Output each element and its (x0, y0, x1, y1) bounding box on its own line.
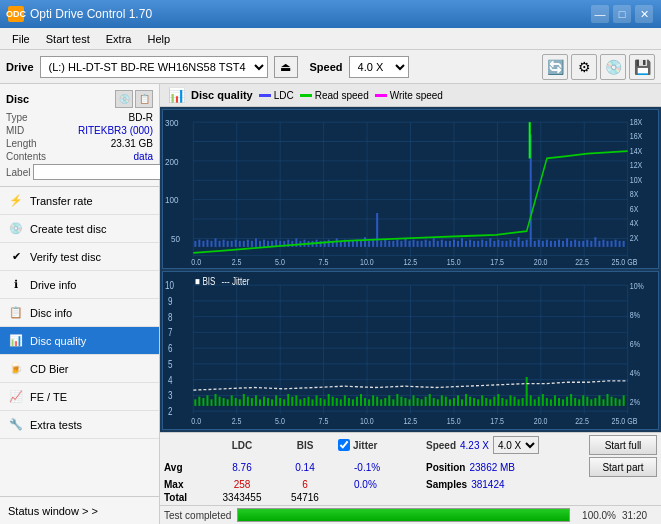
menu-extra[interactable]: Extra (98, 28, 140, 49)
start-full-button[interactable]: Start full (589, 435, 657, 455)
svg-text:9: 9 (168, 295, 173, 306)
nav-label-drive-info: Drive info (30, 279, 76, 291)
svg-rect-147 (611, 241, 613, 247)
svg-rect-208 (227, 399, 229, 406)
bottom-stats-panel: LDC BIS Jitter Speed 4.23 X 4.0 X (160, 432, 661, 505)
svg-rect-114 (477, 241, 479, 247)
svg-rect-249 (392, 399, 394, 406)
sidebar-item-transfer-rate[interactable]: ⚡ Transfer rate (0, 187, 159, 215)
transfer-rate-icon: ⚡ (8, 193, 24, 209)
sidebar-item-extra-tests[interactable]: 🔧 Extra tests (0, 411, 159, 439)
svg-rect-54 (235, 240, 237, 247)
svg-rect-143 (594, 237, 596, 247)
chart2-svg: 10 9 8 7 6 5 4 3 2 ■ BIS --- Jitter 10% … (163, 272, 658, 430)
disc-icon-1[interactable]: 💿 (115, 90, 133, 108)
svg-rect-218 (267, 398, 269, 406)
speed-select[interactable]: 4.0 X (349, 56, 409, 78)
svg-rect-291 (562, 399, 564, 406)
nav-label-verify-test: Verify test disc (30, 251, 101, 263)
svg-rect-92 (388, 241, 390, 247)
svg-text:10.0: 10.0 (360, 257, 374, 267)
svg-rect-259 (433, 398, 435, 406)
disc-icon[interactable]: 💿 (600, 54, 626, 80)
menu-bar: File Start test Extra Help (0, 28, 661, 50)
svg-rect-224 (291, 396, 293, 405)
svg-rect-103 (433, 238, 435, 246)
svg-text:100: 100 (165, 195, 179, 206)
svg-text:4: 4 (168, 374, 173, 385)
svg-rect-129 (538, 240, 540, 247)
svg-rect-142 (590, 241, 592, 247)
disc-label-label: Label (6, 167, 30, 178)
eject-button[interactable]: ⏏ (274, 56, 298, 78)
svg-rect-260 (437, 399, 439, 406)
svg-rect-268 (469, 396, 471, 405)
svg-rect-275 (497, 394, 499, 406)
content-area: 📊 Disc quality LDC Read speed Write spee… (160, 84, 661, 524)
svg-rect-119 (497, 240, 499, 247)
svg-rect-46 (202, 241, 204, 247)
menu-file[interactable]: File (4, 28, 38, 49)
menu-start-test[interactable]: Start test (38, 28, 98, 49)
svg-text:300: 300 (165, 117, 179, 128)
svg-rect-230 (316, 395, 318, 406)
mid-label: MID (6, 125, 24, 136)
sidebar-item-verify-test-disc[interactable]: ✔ Verify test disc (0, 243, 159, 271)
disc-label-input[interactable] (33, 164, 166, 180)
maximize-button[interactable]: □ (613, 5, 631, 23)
svg-rect-96 (404, 238, 406, 246)
svg-rect-251 (400, 396, 402, 405)
svg-rect-263 (449, 399, 451, 406)
save-icon[interactable]: 💾 (629, 54, 655, 80)
menu-help[interactable]: Help (139, 28, 178, 49)
svg-rect-306 (623, 395, 625, 406)
drive-info-icon: ℹ (8, 277, 24, 293)
settings-icon[interactable]: ⚙ (571, 54, 597, 80)
svg-rect-91 (384, 240, 386, 247)
svg-rect-44 (194, 241, 196, 247)
speed-label: Speed (310, 61, 343, 73)
jitter-checkbox[interactable] (338, 439, 350, 451)
status-window-button[interactable]: Status window > > (0, 496, 159, 524)
svg-text:15.0: 15.0 (447, 257, 461, 267)
contents-value: data (134, 151, 153, 162)
svg-text:12X: 12X (630, 161, 643, 171)
svg-rect-122 (510, 240, 512, 247)
svg-rect-246 (380, 399, 382, 406)
start-part-button[interactable]: Start part (589, 457, 657, 477)
svg-text:10: 10 (165, 280, 174, 291)
sidebar-item-create-test-disc[interactable]: 💿 Create test disc (0, 215, 159, 243)
svg-rect-139 (578, 241, 580, 247)
svg-rect-221 (279, 398, 281, 406)
sidebar-item-disc-info[interactable]: 📋 Disc info (0, 299, 159, 327)
samples-label: Samples (426, 479, 467, 490)
svg-rect-135 (562, 241, 564, 247)
svg-rect-269 (473, 398, 475, 406)
svg-rect-93 (392, 241, 394, 247)
refresh-icon[interactable]: 🔄 (542, 54, 568, 80)
svg-rect-293 (570, 394, 572, 406)
svg-rect-112 (469, 240, 471, 247)
sidebar-item-fe-te[interactable]: 📈 FE / TE (0, 383, 159, 411)
svg-text:6%: 6% (630, 338, 640, 348)
sidebar-item-drive-info[interactable]: ℹ Drive info (0, 271, 159, 299)
type-value: BD-R (129, 112, 153, 123)
disc-icon-2[interactable]: 📋 (135, 90, 153, 108)
svg-text:12.5: 12.5 (403, 416, 417, 426)
minimize-button[interactable]: — (591, 5, 609, 23)
svg-text:20.0: 20.0 (534, 416, 548, 426)
drive-select[interactable]: (L:) HL-DT-ST BD-RE WH16NS58 TST4 (40, 56, 268, 78)
speed-dropdown[interactable]: 4.0 X (493, 436, 539, 454)
svg-rect-49 (215, 238, 217, 246)
length-label: Length (6, 138, 37, 149)
svg-rect-117 (489, 238, 491, 246)
close-button[interactable]: ✕ (635, 5, 653, 23)
svg-rect-266 (461, 399, 463, 406)
main-area: Disc 💿 📋 Type BD-R MID RITEKBR3 (000) Le… (0, 84, 661, 524)
chart-header: 📊 Disc quality LDC Read speed Write spee… (160, 84, 661, 107)
svg-rect-278 (510, 395, 512, 406)
svg-rect-106 (445, 241, 447, 247)
svg-rect-290 (558, 398, 560, 406)
sidebar-item-disc-quality[interactable]: 📊 Disc quality (0, 327, 159, 355)
sidebar-item-cd-bier[interactable]: 🍺 CD Bier (0, 355, 159, 383)
